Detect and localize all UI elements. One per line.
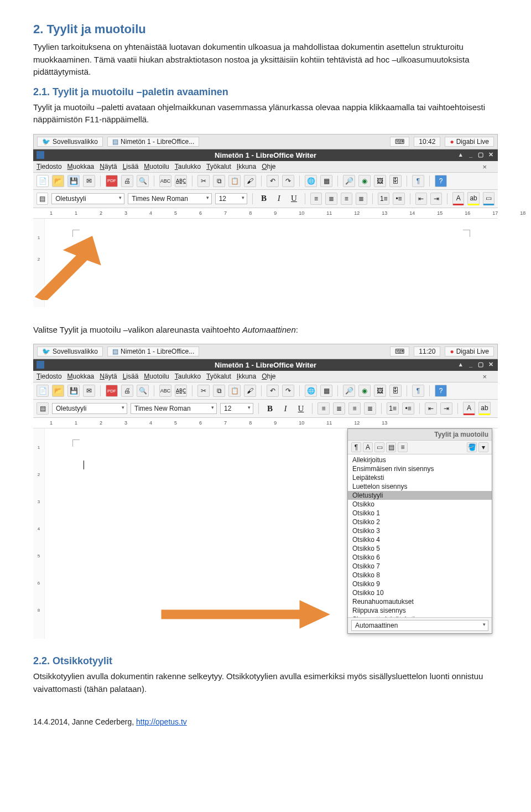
font-name-dropdown[interactable]: Times New Roman	[128, 193, 211, 204]
style-list-item[interactable]: Otsikko 10	[348, 588, 492, 597]
highlight-icon[interactable]: ab	[478, 402, 491, 415]
document-close-icon[interactable]: ×	[480, 163, 489, 171]
redo-icon[interactable]: ↷	[282, 385, 294, 397]
close-icon[interactable]: ✕	[487, 361, 494, 368]
align-left-icon[interactable]: ≡	[310, 193, 322, 205]
autospell-icon[interactable]: A̲B̲C̲	[175, 175, 187, 187]
find-icon[interactable]: 🔎	[343, 385, 355, 397]
paragraph-styles-icon[interactable]: ¶	[351, 442, 361, 452]
style-list-item[interactable]: Otsikko 9	[348, 580, 492, 588]
print-icon[interactable]: 🖨	[121, 385, 133, 397]
save-icon[interactable]: 💾	[67, 175, 80, 187]
italic-button[interactable]: I	[279, 404, 291, 413]
decrease-indent-icon[interactable]: ⇤	[425, 402, 437, 415]
underline-button[interactable]: U	[288, 194, 300, 203]
bg-color-icon[interactable]: ▭	[483, 192, 494, 205]
style-list-item[interactable]: Oletustyyli	[348, 491, 492, 500]
undo-icon[interactable]: ↶	[267, 385, 279, 397]
align-left-icon[interactable]: ≡	[317, 402, 330, 415]
menu-item[interactable]: Ohje	[262, 163, 275, 170]
font-size-dropdown[interactable]: 12	[220, 403, 253, 414]
menu-item[interactable]: Muokkaa	[67, 163, 95, 170]
style-list-item[interactable]: Otsikko 5	[348, 544, 492, 553]
rollup-icon[interactable]: ▴	[457, 361, 465, 368]
style-list-item[interactable]: Otsikko 4	[348, 535, 492, 544]
help-icon[interactable]: ?	[435, 175, 447, 187]
increase-indent-icon[interactable]: ⇥	[430, 193, 442, 205]
list-styles-icon[interactable]: ≡	[398, 442, 408, 452]
menu-item[interactable]: Muokkaa	[67, 373, 95, 380]
menu-item[interactable]: Ikkuna	[237, 373, 256, 380]
menu-item[interactable]: Taulukko	[175, 163, 201, 170]
keyboard-indicator[interactable]: ⌨	[390, 137, 409, 147]
style-list-item[interactable]: Allekirjoitus	[348, 456, 492, 464]
minimize-icon[interactable]: _	[467, 361, 475, 368]
document-close-icon[interactable]: ×	[480, 373, 489, 381]
copy-icon[interactable]: ⧉	[213, 175, 225, 187]
style-list-item[interactable]: Otsikko 7	[348, 562, 492, 571]
maximize-icon[interactable]: ▢	[477, 151, 485, 158]
style-list-item[interactable]: Otsikko 2	[348, 518, 492, 526]
taskbar-item[interactable]: ▤ Nimetön 1 - LibreOffice...	[107, 137, 199, 147]
char-styles-icon[interactable]: A	[363, 442, 373, 452]
paragraph-style-dropdown[interactable]: Oletustyyli	[52, 403, 127, 414]
rollup-icon[interactable]: ▴	[457, 151, 465, 158]
navigator-icon[interactable]: ◉	[358, 385, 371, 397]
nonprinting-icon[interactable]: ¶	[412, 385, 424, 397]
menu-item[interactable]: Tiedosto	[37, 163, 62, 170]
app-menu-button[interactable]: 🐦 Sovellusvalikko	[37, 137, 103, 147]
footer-link[interactable]: http://opetus.tv	[136, 717, 187, 726]
frame-styles-icon[interactable]: ▭	[374, 442, 384, 452]
underline-button[interactable]: U	[295, 404, 307, 413]
autospell-icon[interactable]: A̲B̲C̲	[175, 385, 187, 397]
numbered-list-icon[interactable]: 1≡	[378, 193, 389, 205]
new-doc-icon[interactable]: 📄	[37, 175, 49, 187]
menu-item[interactable]: Muotoilu	[144, 163, 169, 170]
menu-item[interactable]: Työkalut	[206, 163, 231, 170]
table-icon[interactable]: ▦	[320, 385, 332, 397]
menu-item[interactable]: Lisää	[123, 163, 139, 170]
menu-item[interactable]: Ikkuna	[237, 163, 256, 170]
minimize-icon[interactable]: _	[467, 151, 475, 158]
style-list-item[interactable]: Otsikko 6	[348, 553, 492, 562]
copy-icon[interactable]: ⧉	[213, 385, 225, 397]
bold-button[interactable]: B	[264, 404, 276, 413]
font-color-icon[interactable]: A	[452, 192, 464, 205]
gallery-icon[interactable]: 🖼	[374, 175, 386, 187]
close-icon[interactable]: ✕	[487, 151, 494, 158]
save-icon[interactable]: 💾	[67, 385, 80, 397]
email-icon[interactable]: ✉	[83, 175, 95, 187]
style-list-item[interactable]: Leipäteksti	[348, 473, 492, 482]
font-size-dropdown[interactable]: 12	[215, 193, 248, 204]
menu-item[interactable]: Tiedosto	[37, 373, 62, 380]
menu-item[interactable]: Taulukko	[175, 373, 201, 380]
style-filter-dropdown[interactable]: Automaattinen	[351, 620, 488, 631]
bold-button[interactable]: B	[258, 194, 269, 203]
fill-format-icon[interactable]: 🪣	[467, 442, 477, 452]
align-center-icon[interactable]: ≣	[333, 402, 345, 415]
gallery-icon[interactable]: 🖼	[374, 385, 386, 397]
paste-icon[interactable]: 📋	[228, 385, 241, 397]
justify-icon[interactable]: ≣	[356, 193, 367, 205]
style-list-item[interactable]: Otsikko 3	[348, 526, 492, 535]
styles-and-formatting-panel[interactable]: Tyylit ja muotoilu ¶ A ▭ ▤ ≡ 🪣 ▾ Allekir…	[347, 428, 492, 634]
hyperlink-icon[interactable]: 🌐	[305, 385, 317, 397]
preview-icon[interactable]: 🔍	[137, 385, 149, 397]
italic-button[interactable]: I	[273, 194, 285, 203]
format-brush-icon[interactable]: 🖌	[244, 175, 256, 187]
navigator-icon[interactable]: ◉	[358, 175, 371, 187]
format-brush-icon[interactable]: 🖌	[244, 385, 256, 397]
preview-icon[interactable]: 🔍	[137, 175, 149, 187]
menu-item[interactable]: Muotoilu	[144, 373, 169, 380]
style-list-item[interactable]: Otsikko 8	[348, 571, 492, 580]
bullet-list-icon[interactable]: •≡	[402, 402, 414, 415]
bullet-list-icon[interactable]: •≡	[393, 193, 404, 205]
style-list-item[interactable]: Otsikko	[348, 500, 492, 509]
open-icon[interactable]: 📂	[52, 385, 64, 397]
style-list-item[interactable]: Reunahuomautukset	[348, 597, 492, 606]
menu-item[interactable]: Ohje	[262, 373, 275, 380]
open-icon[interactable]: 📂	[52, 175, 64, 187]
spellcheck-icon[interactable]: ABC	[159, 385, 171, 397]
style-list-item[interactable]: Ensimmäisen rivin sisennys	[348, 464, 492, 473]
justify-icon[interactable]: ≣	[364, 402, 376, 415]
